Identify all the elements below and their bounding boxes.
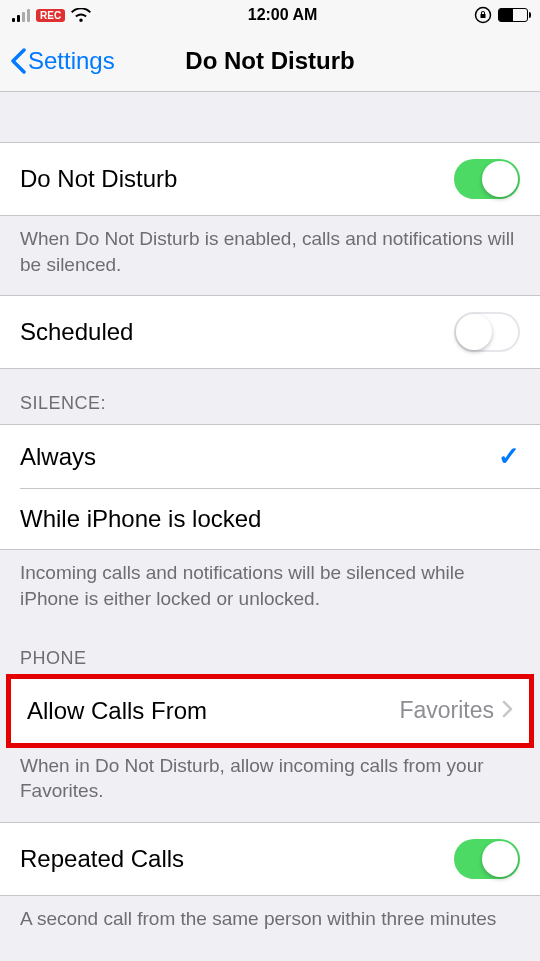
orientation-lock-icon	[474, 6, 492, 24]
allow-calls-row[interactable]: Allow Calls From Favorites	[11, 679, 529, 743]
silence-always-label: Always	[20, 443, 96, 471]
status-time: 12:00 AM	[248, 6, 318, 24]
dnd-toggle[interactable]	[454, 159, 520, 199]
silence-footer: Incoming calls and notifications will be…	[0, 550, 540, 629]
dnd-toggle-row[interactable]: Do Not Disturb	[0, 142, 540, 216]
recording-badge: REC	[36, 9, 65, 22]
dnd-label: Do Not Disturb	[20, 165, 177, 193]
chevron-left-icon	[10, 48, 26, 74]
silence-locked-label: While iPhone is locked	[20, 505, 261, 533]
allow-calls-footer: When in Do Not Disturb, allow incoming c…	[0, 743, 540, 822]
scheduled-toggle[interactable]	[454, 312, 520, 352]
scheduled-row[interactable]: Scheduled	[0, 295, 540, 369]
chevron-right-icon	[502, 697, 513, 724]
back-button[interactable]: Settings	[10, 47, 115, 75]
nav-bar: Settings Do Not Disturb	[0, 30, 540, 92]
allow-calls-highlight: Allow Calls From Favorites	[6, 674, 534, 748]
battery-icon	[498, 8, 528, 22]
allow-calls-label: Allow Calls From	[27, 697, 207, 725]
checkmark-icon: ✓	[498, 441, 520, 472]
dnd-footer: When Do Not Disturb is enabled, calls an…	[0, 216, 540, 295]
silence-locked-row[interactable]: While iPhone is locked	[0, 489, 540, 549]
phone-header: PHONE	[0, 630, 540, 679]
scheduled-label: Scheduled	[20, 318, 133, 346]
silence-always-row[interactable]: Always ✓	[0, 425, 540, 488]
repeated-calls-footer: A second call from the same person withi…	[0, 896, 540, 932]
allow-calls-value: Favorites	[399, 697, 494, 724]
repeated-calls-toggle[interactable]	[454, 839, 520, 879]
back-label: Settings	[28, 47, 115, 75]
wifi-icon	[71, 8, 91, 23]
silence-group: Always ✓ While iPhone is locked	[0, 424, 540, 550]
status-bar: REC 12:00 AM	[0, 0, 540, 30]
signal-icon	[12, 8, 30, 22]
repeated-calls-label: Repeated Calls	[20, 845, 184, 873]
repeated-calls-row[interactable]: Repeated Calls	[0, 822, 540, 896]
silence-header: SILENCE:	[0, 369, 540, 424]
